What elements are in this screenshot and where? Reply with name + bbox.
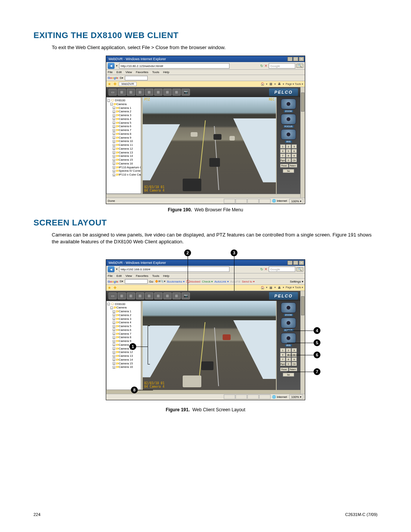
zoom-knob-2[interactable]	[281, 302, 296, 313]
focus-knob-2[interactable]	[281, 318, 296, 328]
google-blocked[interactable]: 🚫blocked	[186, 280, 201, 283]
menu-edit-2[interactable]: Edit	[116, 274, 122, 278]
layout-16up-icon-2[interactable]: ⊞	[172, 292, 181, 299]
layout-1up-icon-2[interactable]: ▭	[108, 292, 117, 299]
layout-13up-icon[interactable]: ⊞	[163, 89, 172, 96]
menu-tools[interactable]: Tools	[152, 70, 159, 74]
key-5[interactable]: 5	[286, 149, 291, 153]
key-4[interactable]: 4	[280, 149, 285, 153]
search-go-icon[interactable]: 🔍	[296, 64, 303, 68]
tree-cam-item[interactable]: +📁Camera 6	[113, 328, 140, 332]
layout-9up-icon[interactable]: ⊞	[145, 89, 153, 96]
menu-edit[interactable]: Edit	[116, 70, 122, 74]
back-dropdown-icon-2[interactable]: ▾	[116, 268, 118, 271]
key-9[interactable]: 9	[292, 153, 297, 158]
tree-cam-item[interactable]: +📁Camera 11	[113, 143, 140, 147]
layout-16up-icon[interactable]: ⊞	[172, 89, 181, 96]
google-sendto[interactable]: Send to ▾	[242, 280, 255, 283]
layout-6up-icon-2[interactable]: ⊞	[127, 292, 135, 299]
key-6[interactable]: 6	[292, 149, 297, 153]
menu-help[interactable]: Help	[163, 70, 169, 74]
search-box[interactable]: Google	[269, 63, 295, 69]
layout-1up-icon[interactable]: ▭	[108, 89, 117, 96]
tree-cam-item[interactable]: +📁Camera 9	[113, 136, 140, 140]
page-menu-2[interactable]: Page ▾ Tools ▾	[286, 286, 303, 289]
tree-cam-item[interactable]: +📁Camera 2	[113, 313, 140, 317]
google-autofill[interactable]: AutoFill	[230, 280, 241, 283]
google-go[interactable]: Go	[149, 280, 153, 283]
add-favorite-icon-2[interactable]: ✚	[113, 286, 116, 290]
video-panel[interactable]: PTZ REC 02/03/10 01 04 Camera 4	[143, 97, 276, 194]
key-0[interactable]: 0	[286, 158, 291, 162]
tree-cam-item[interactable]: +📁Camera 1	[113, 310, 140, 313]
layout-10up-icon[interactable]: ⊞	[154, 89, 162, 96]
tree-cam-item[interactable]: +📁Camera 2	[113, 110, 140, 113]
tree-cam-item[interactable]: +📁Camera 6	[113, 125, 140, 128]
tree-cam-item[interactable]: +📁Camera 3	[113, 317, 140, 321]
tree-cam-item[interactable]: +📁Camera 5	[113, 324, 140, 328]
menu-favorites[interactable]: Favorites	[136, 70, 148, 74]
snapshot-icon[interactable]: 📷	[182, 89, 190, 96]
back-button-2[interactable]: ◄	[108, 266, 115, 272]
tree-cam-item[interactable]: +📁Camera 13	[113, 354, 140, 358]
layout-10up-icon-2[interactable]: ⊞	[154, 292, 162, 299]
favorites-star-icon[interactable]: ★	[108, 82, 111, 86]
tree-cam-item[interactable]: +📁Camera 4	[113, 321, 140, 324]
close-button-2[interactable]: ×	[299, 260, 304, 265]
tree-cam-item[interactable]: +📁Camera 9	[113, 339, 140, 343]
status-zoom-2[interactable]: 100% ▾	[289, 395, 303, 399]
google-search-field-2[interactable]	[125, 279, 148, 284]
key-clr[interactable]: Clr	[292, 158, 297, 162]
google-settings[interactable]: Settings ▾	[290, 280, 303, 283]
back-button[interactable]: ◄	[108, 63, 115, 69]
tree-root-label-2[interactable]: DX8100	[115, 302, 125, 306]
key-2[interactable]: 2	[286, 144, 291, 149]
key-pgm[interactable]: Pgm	[280, 158, 285, 162]
tree-camera-folder-2[interactable]: Camera	[116, 306, 127, 309]
tree-cam-item[interactable]: +📁Camera 14	[113, 358, 140, 362]
status-zoom[interactable]: 100% ▾	[289, 199, 303, 203]
tree-cam-item[interactable]: +📁Spectra IV Corner	[113, 169, 140, 173]
menu-view-2[interactable]: View	[126, 274, 132, 278]
tree-cam-item[interactable]: +📁Camera 5	[113, 121, 140, 125]
menu-file[interactable]: File	[108, 70, 113, 74]
key-7[interactable]: 7	[280, 153, 285, 158]
google-check[interactable]: Check ▾	[202, 280, 213, 283]
favorites-star-icon-2[interactable]: ★	[108, 286, 111, 290]
zoom-knob[interactable]	[281, 99, 296, 109]
vertical-scrollbar[interactable]	[300, 87, 305, 198]
maximize-button-2[interactable]: □	[293, 260, 298, 265]
tree-cam-item[interactable]: +📁Camera 12	[113, 147, 140, 151]
menu-help-2[interactable]: Help	[163, 274, 169, 278]
feeds-icon-2[interactable]: ▦	[269, 286, 273, 289]
iris-knob[interactable]	[281, 129, 296, 140]
layout-9up-icon-2[interactable]: ⊞	[145, 292, 153, 299]
key-set[interactable]: Set	[283, 169, 294, 173]
print-icon-2[interactable]: 🖶	[277, 286, 281, 289]
iris-knob-2[interactable]	[281, 333, 296, 343]
maximize-button[interactable]: □	[293, 57, 298, 61]
tree-cam-item[interactable]: +📁Camera 12	[113, 350, 140, 354]
print-icon[interactable]: 🖶	[277, 82, 281, 86]
tree-cam-item[interactable]: +📁Camera 10	[113, 343, 140, 347]
key-preset[interactable]: Preset	[280, 164, 288, 168]
menu-favorites-2[interactable]: Favorites	[136, 274, 148, 278]
key-8[interactable]: 8	[286, 153, 291, 158]
tree-cam-item[interactable]: +📁Camera 16	[113, 365, 140, 369]
google-autolink[interactable]: AutoLink ▾	[214, 280, 228, 283]
tree-root-label[interactable]: DX8100	[115, 99, 125, 102]
key-3[interactable]: 3	[292, 144, 297, 149]
layout-13up-icon-2[interactable]: ⊞	[163, 292, 172, 299]
address-field[interactable]: http://10.80.2.123/webdvr.html#	[119, 63, 229, 69]
page-menu[interactable]: Page ▾ Tools ▾	[286, 83, 303, 86]
back-dropdown-icon[interactable]: ▾	[116, 64, 118, 67]
focus-knob[interactable]	[281, 114, 296, 125]
stop-icon[interactable]: ✕	[264, 64, 268, 68]
layout-4up-icon[interactable]: ⊞	[118, 89, 126, 96]
tree-cam-item[interactable]: +📁Camera 14	[113, 154, 140, 158]
tree-cam-item[interactable]: +📁IP110 x Cube Cam	[113, 173, 140, 177]
key-pattern[interactable]: Pattern	[289, 164, 297, 168]
tree-cam-item[interactable]: +📁Camera 1	[113, 106, 140, 110]
menu-file-2[interactable]: File	[108, 274, 113, 278]
key-1[interactable]: 1	[280, 144, 285, 149]
